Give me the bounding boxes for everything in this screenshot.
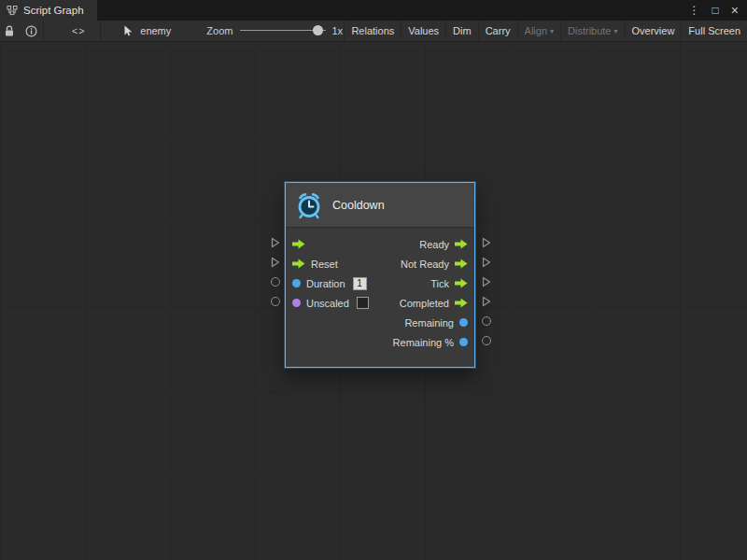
- align-button[interactable]: Align ▾: [517, 21, 560, 41]
- port-row: Ready: [286, 234, 474, 254]
- relations-label: Relations: [351, 25, 394, 36]
- dim-label: Dim: [453, 25, 472, 36]
- ext-port-completed[interactable]: [482, 296, 491, 307]
- relations-button[interactable]: Relations: [344, 21, 401, 41]
- float-port-icon[interactable]: [292, 279, 301, 287]
- port-row: Remaining: [286, 313, 474, 332]
- ext-port-ready[interactable]: [482, 237, 491, 248]
- alarm-clock-icon: [295, 191, 323, 219]
- port-label-completed: Completed: [400, 298, 449, 309]
- zoom-label: Zoom: [206, 25, 233, 36]
- window-controls: ⋮ □ ×: [689, 0, 747, 21]
- zoom-value: 1x: [331, 25, 343, 36]
- overview-button[interactable]: Overview: [625, 21, 682, 41]
- dropdown-arrow-icon: ▾: [550, 27, 554, 35]
- graph-context[interactable]: enemy: [123, 25, 171, 36]
- tab-script-graph[interactable]: Script Graph: [0, 0, 97, 21]
- ext-port-not-ready[interactable]: [482, 257, 491, 268]
- toolbar-divider: [100, 21, 101, 41]
- node-title: Cooldown: [332, 199, 385, 212]
- flow-out-icon[interactable]: [455, 298, 468, 308]
- ext-port-tick[interactable]: [482, 276, 491, 287]
- carry-button[interactable]: Carry: [478, 21, 517, 41]
- port-label-remaining-percent: Remaining %: [393, 337, 454, 348]
- port-label-not-ready: Not Ready: [401, 259, 449, 270]
- port-label-ready: Ready: [419, 239, 449, 250]
- flow-out-icon[interactable]: [455, 259, 468, 269]
- graph-canvas[interactable]: Cooldown Ready: [0, 42, 747, 560]
- context-label: enemy: [140, 25, 171, 36]
- distribute-label: Distribute: [568, 25, 611, 36]
- toolbar-divider: [43, 21, 44, 41]
- port-label-tick: Tick: [430, 278, 449, 289]
- dim-button[interactable]: Dim: [445, 21, 478, 41]
- port-row: Unscaled Completed: [286, 293, 474, 313]
- port-row: Reset Not Ready: [286, 254, 474, 273]
- ext-port-duration[interactable]: [271, 276, 280, 287]
- float-port-icon[interactable]: [459, 318, 468, 327]
- bool-port-icon[interactable]: [292, 299, 301, 307]
- fullscreen-label: Full Screen: [688, 25, 740, 36]
- fullscreen-button[interactable]: Full Screen: [681, 21, 747, 41]
- duration-field[interactable]: [353, 277, 367, 290]
- tab-title: Script Graph: [23, 5, 84, 16]
- flow-in-icon[interactable]: [292, 239, 305, 249]
- overview-label: Overview: [632, 25, 675, 36]
- port-row: Remaining %: [286, 332, 474, 352]
- titlebar: Script Graph ⋮ □ ×: [0, 0, 747, 21]
- zoom-slider-knob[interactable]: [313, 25, 323, 35]
- flow-out-icon[interactable]: [455, 239, 468, 249]
- flow-out-icon[interactable]: [455, 278, 468, 288]
- maximize-icon[interactable]: □: [712, 0, 719, 21]
- ext-port-reset[interactable]: [271, 257, 280, 268]
- lock-icon[interactable]: [0, 21, 20, 41]
- port-label-unscaled: Unscaled: [306, 298, 349, 309]
- toolbar-buttons: Relations Values Dim Carry Align ▾ Distr…: [344, 21, 747, 41]
- unscaled-checkbox[interactable]: [357, 297, 369, 309]
- float-port-icon[interactable]: [459, 338, 468, 346]
- graph-toolbar: <> enemy Zoom 1x Relations Values Dim Ca…: [0, 21, 747, 42]
- ext-port-remaining[interactable]: [482, 315, 491, 327]
- align-label: Align: [525, 25, 547, 36]
- info-icon[interactable]: [20, 21, 43, 41]
- values-label: Values: [408, 25, 439, 36]
- window-menu-icon[interactable]: ⋮: [689, 0, 700, 21]
- distribute-button[interactable]: Distribute ▾: [560, 21, 624, 41]
- port-row: Duration Tick: [286, 273, 474, 293]
- port-label-remaining: Remaining: [404, 317, 454, 329]
- close-icon[interactable]: ×: [731, 0, 739, 21]
- flow-in-icon[interactable]: [292, 259, 305, 269]
- cooldown-node[interactable]: Cooldown Ready: [285, 182, 475, 368]
- code-icon[interactable]: <>: [57, 21, 100, 41]
- dropdown-arrow-icon: ▾: [614, 27, 618, 35]
- ext-port-flow-in[interactable]: [271, 237, 280, 248]
- ext-port-unscaled[interactable]: [271, 296, 280, 307]
- cooldown-node-header[interactable]: Cooldown: [286, 183, 474, 228]
- node-ports: Ready Reset Not Ready: [286, 228, 474, 367]
- port-label-duration: Duration: [306, 278, 345, 289]
- pointer-icon: [123, 25, 134, 36]
- zoom-slider[interactable]: [240, 21, 326, 41]
- ext-port-remaining-percent[interactable]: [482, 335, 491, 346]
- port-label-reset: Reset: [311, 259, 338, 270]
- graph-icon: [7, 5, 18, 16]
- carry-label: Carry: [486, 25, 511, 36]
- values-button[interactable]: Values: [401, 21, 445, 41]
